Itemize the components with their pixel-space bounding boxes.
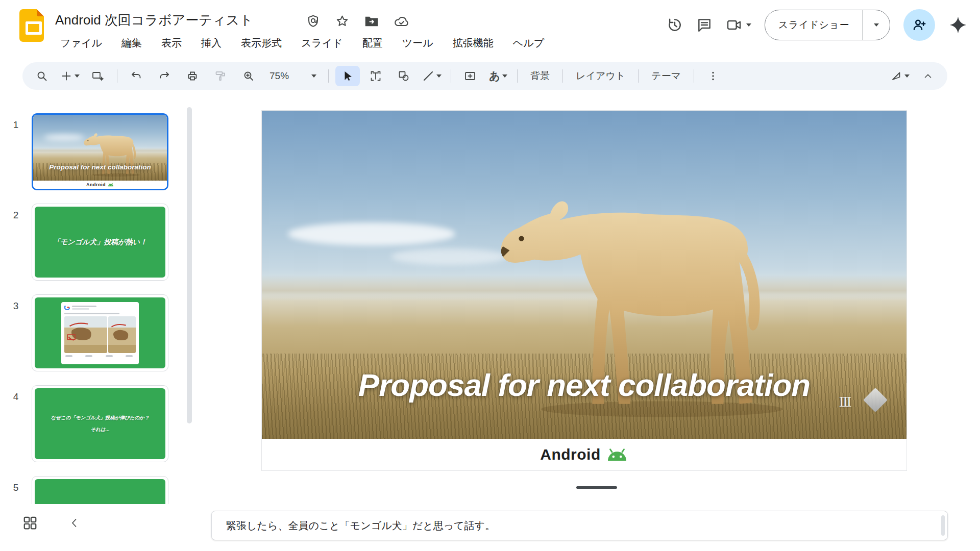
comments-icon[interactable] (696, 17, 713, 33)
layout-button[interactable]: レイアウト (570, 69, 631, 83)
android-robot-icon (108, 183, 114, 187)
android-wordmark: Android (540, 446, 600, 463)
bottom-bar: 緊張したら、全員のこと「モンゴル犬」だと思って話す。 (0, 504, 980, 551)
thumb-slide-text: 「モンゴル犬」投稿が熱い！ (53, 238, 147, 247)
approval-shield-icon[interactable] (306, 14, 320, 28)
notes-resize-handle[interactable] (576, 486, 617, 489)
redo-button[interactable] (152, 66, 177, 86)
toolbar-divider (694, 69, 694, 83)
chevron-down-icon (904, 74, 910, 78)
toolbar-divider (328, 69, 329, 83)
tweet-photo-left (64, 316, 107, 353)
slide-number: 2 (0, 204, 32, 221)
chevron-down-icon (75, 74, 80, 78)
theme-button[interactable]: テーマ (645, 69, 687, 83)
chevron-down-icon (874, 23, 879, 27)
pointer-mode-button[interactable] (888, 66, 912, 86)
android-logo[interactable]: Android (262, 439, 906, 470)
print-button[interactable] (180, 66, 205, 86)
menu-slide[interactable]: スライド (295, 35, 349, 52)
undo-icon (130, 70, 142, 82)
filmstrip-row-1: 1 Proposal for next collaboration Androi… (0, 113, 168, 190)
dog-photo[interactable]: Proposal for next collaboration Ⅲ (262, 111, 906, 439)
insert-line-button[interactable] (420, 66, 444, 86)
line-tool-icon (422, 70, 434, 82)
more-options-button[interactable] (701, 66, 725, 86)
collapse-toolbar-button[interactable] (916, 66, 940, 86)
video-camera-icon (726, 17, 742, 33)
zoom-button[interactable] (236, 66, 261, 86)
toolbar-divider (517, 69, 518, 83)
menu-extensions[interactable]: 拡張機能 (447, 35, 500, 52)
print-icon (186, 70, 199, 82)
toolbar-divider (451, 69, 451, 83)
text-box-button[interactable] (363, 66, 388, 86)
insert-placeholder-button[interactable] (458, 66, 482, 86)
paint-roller-icon (214, 70, 227, 82)
slide-thumbnail-4[interactable]: なぜこの「モンゴル犬」投稿が伸びたのか？ それは... (32, 385, 168, 462)
menu-view[interactable]: 表示 (155, 35, 188, 52)
slide-thumbnail-2[interactable]: 「モンゴル犬」投稿が熱い！ (32, 204, 168, 281)
current-slide[interactable]: Proposal for next collaboration Ⅲ Androi… (261, 110, 907, 471)
toolbar: 75% あ 背景 レイアウト テーマ (22, 62, 947, 90)
zoom-select[interactable]: 75% (264, 66, 322, 86)
thumb-slide-title: Proposal for next collaboration (33, 163, 167, 171)
menu-format[interactable]: 表示形式 (235, 35, 288, 52)
chevron-down-icon (502, 74, 507, 78)
star-icon[interactable] (335, 14, 349, 28)
menu-insert[interactable]: 挿入 (195, 35, 228, 52)
new-slide-template-button[interactable] (86, 66, 110, 86)
slide-thumbnail-5[interactable] (32, 476, 168, 504)
chevron-left-icon[interactable] (68, 517, 81, 529)
undo-button[interactable] (124, 66, 149, 86)
gemini-sparkle-icon[interactable] (948, 15, 968, 35)
input-tools-button[interactable]: あ (486, 66, 510, 86)
text-box-icon (370, 70, 382, 82)
toolbar-divider (117, 69, 117, 83)
menu-arrange[interactable]: 配置 (356, 35, 389, 52)
shapes-icon (398, 70, 410, 82)
paint-format-button[interactable] (208, 66, 233, 86)
speaker-notes[interactable]: 緊張したら、全員のこと「モンゴル犬」だと思って話す。 (211, 511, 948, 540)
move-folder-icon[interactable] (364, 15, 379, 28)
chevron-down-icon (311, 74, 316, 78)
pointer-tool-icon (890, 70, 902, 82)
slide-thumbnail-1[interactable]: Proposal for next collaboration Android (32, 113, 168, 190)
menu-tools[interactable]: ツール (396, 35, 439, 52)
select-tool-button[interactable] (335, 66, 360, 86)
slide-canvas: Proposal for next collaboration Ⅲ Androi… (204, 90, 980, 504)
zoom-value: 75% (270, 70, 289, 82)
insert-image-placeholder-icon (464, 70, 476, 82)
slideshow-options-caret[interactable] (863, 10, 890, 40)
menu-bar: ファイル 編集 表示 挿入 表示形式 スライド 配置 ツール 拡張機能 ヘルプ (54, 35, 550, 52)
menu-edit[interactable]: 編集 (115, 35, 148, 52)
photo-watermark: Ⅲ (839, 394, 851, 410)
filmstrip-row-3: 3 (0, 294, 168, 371)
background-button[interactable]: 背景 (524, 69, 556, 83)
filmstrip-row-5: 5 (0, 476, 168, 504)
new-slide-button[interactable] (58, 66, 82, 86)
google-slides-logo[interactable] (19, 9, 44, 42)
menu-help[interactable]: ヘルプ (507, 35, 550, 52)
chevron-down-icon (746, 23, 751, 27)
filmstrip-row-4: 4 なぜこの「モンゴル犬」投稿が伸びたのか？ それは... (0, 385, 168, 462)
insert-shape-button[interactable] (391, 66, 416, 86)
slide-number: 1 (0, 113, 32, 131)
toolbar-divider (638, 69, 639, 83)
search-menus-button[interactable] (30, 66, 54, 86)
notes-scrollbar[interactable] (941, 515, 945, 536)
slideshow-button[interactable]: スライドショー (765, 18, 863, 32)
share-button[interactable] (903, 9, 935, 41)
slide-number: 5 (0, 476, 32, 493)
redo-icon (158, 70, 170, 82)
slide-thumbnail-3[interactable] (32, 294, 168, 371)
cloud-saved-icon[interactable] (394, 15, 409, 28)
menu-file[interactable]: ファイル (54, 35, 108, 52)
grid-view-icon[interactable] (22, 515, 38, 531)
slide-title[interactable]: Proposal for next collaboration (262, 367, 906, 403)
version-history-icon[interactable] (667, 17, 683, 33)
document-title[interactable]: Android 次回コラボアーティスト (55, 11, 253, 29)
filmstrip-scrollbar[interactable] (187, 107, 192, 423)
slide-sparkle-icon (91, 70, 105, 82)
meet-call-button[interactable] (726, 17, 751, 33)
